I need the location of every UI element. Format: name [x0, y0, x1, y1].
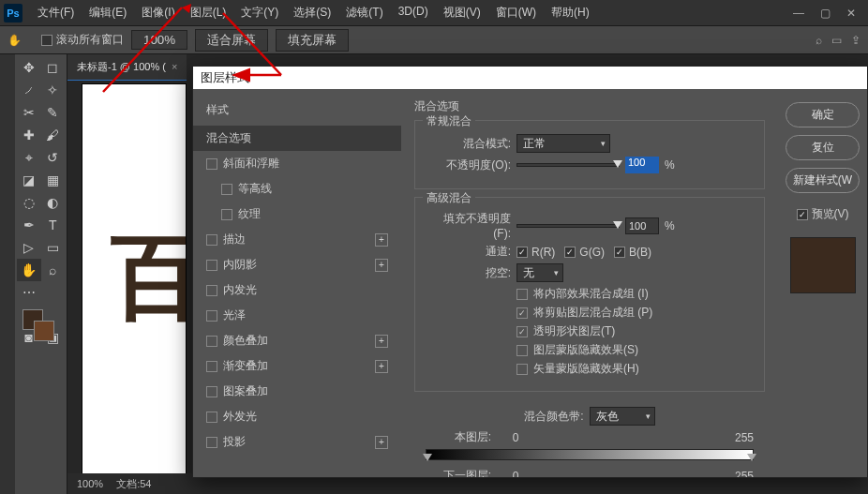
workspace-icon[interactable]: ▭: [831, 34, 842, 47]
color-swatches[interactable]: [17, 307, 65, 345]
adv-option-2[interactable]: ✓透明形状图层(T): [516, 323, 753, 339]
style-row-7[interactable]: 光泽: [193, 303, 401, 328]
menu-3[interactable]: 图层(L): [183, 1, 234, 24]
pen-tool[interactable]: ✒: [17, 214, 41, 236]
shape-tool[interactable]: ▭: [41, 236, 66, 259]
blendif-channel-select[interactable]: 灰色: [590, 407, 655, 426]
style-row-2[interactable]: 等高线: [193, 176, 401, 202]
ok-button[interactable]: 确定: [786, 102, 860, 127]
menu-9[interactable]: 窗口(W): [488, 1, 544, 24]
toolbox: ✥ ◻ ⟋ ✧ ✂ ✎ ✚ 🖌 ⌖ ↺ ◪ ▦ ◌ ◐ ✒ T ▷ ▭ ✋ ⌕ …: [15, 54, 67, 494]
channel-G(G)[interactable]: ✓G(G): [564, 246, 605, 259]
dodge-tool[interactable]: ◐: [41, 191, 66, 214]
edit-toolbar[interactable]: ⋯: [17, 281, 41, 304]
style-row-6[interactable]: 内发光: [193, 277, 401, 303]
close-button[interactable]: ✕: [838, 4, 864, 22]
canvas[interactable]: 百: [82, 84, 186, 487]
zoom-tool[interactable]: ⌕: [41, 259, 66, 281]
fill-opacity-input[interactable]: 100: [625, 217, 659, 234]
preview-swatch: [790, 237, 856, 293]
maximize-button[interactable]: ▢: [812, 4, 838, 22]
history-brush-tool[interactable]: ↺: [41, 146, 66, 169]
search-icon[interactable]: ⌕: [816, 34, 822, 47]
style-row-10[interactable]: 图案叠加: [193, 379, 401, 404]
healing-tool[interactable]: ✚: [17, 124, 41, 146]
opacity-input[interactable]: 100: [625, 157, 659, 173]
eyedropper-tool[interactable]: ✎: [41, 101, 66, 124]
style-row-12[interactable]: 投影+: [193, 429, 401, 455]
zoom-status[interactable]: 100%: [77, 478, 103, 489]
style-row-1[interactable]: 斜面和浮雕: [193, 151, 401, 176]
adv-option-0[interactable]: 将内部效果混合成组 (I): [516, 286, 753, 302]
add-effect-icon[interactable]: +: [375, 436, 388, 449]
menu-4[interactable]: 文字(Y): [233, 1, 286, 24]
menu-7[interactable]: 3D(D): [391, 1, 436, 24]
zoom-field[interactable]: 100%: [131, 30, 187, 50]
crop-tool[interactable]: ✂: [17, 101, 41, 124]
fill-screen-button[interactable]: 填充屏幕: [276, 29, 349, 52]
lasso-tool[interactable]: ⟋: [17, 79, 41, 101]
hand-tool-icon: ✋: [7, 34, 34, 47]
blend-if-group: 混合颜色带: 灰色 本图层: 0 255 下一图层: 0 255: [414, 399, 765, 477]
fill-opacity-slider[interactable]: [516, 224, 620, 228]
blend-header: 混合选项: [414, 98, 765, 114]
add-effect-icon[interactable]: +: [375, 259, 388, 272]
hand-tool[interactable]: ✋: [17, 259, 41, 281]
channel-R(R)[interactable]: ✓R(R): [516, 246, 555, 259]
blend-mode-select[interactable]: 正常: [516, 134, 610, 153]
layer-style-dialog: 图层样式 样式 混合选项斜面和浮雕等高线纹理描边+内阴影+内发光光泽颜色叠加+渐…: [192, 66, 868, 478]
app-logo: Ps: [4, 4, 22, 22]
fit-screen-button[interactable]: 适合屏幕: [195, 29, 268, 52]
add-effect-icon[interactable]: +: [375, 360, 388, 373]
add-effect-icon[interactable]: +: [375, 233, 388, 247]
wand-tool[interactable]: ✧: [41, 79, 66, 101]
options-bar: ✋ 滚动所有窗口 100% 适合屏幕 填充屏幕 ⌕ ▭ ⇪: [0, 26, 868, 54]
adv-option-4[interactable]: 矢量蒙版隐藏效果(H): [516, 361, 753, 377]
opacity-slider[interactable]: [516, 163, 620, 167]
marquee-tool[interactable]: ◻: [41, 56, 66, 79]
adv-option-3[interactable]: 图层蒙版隐藏效果(S): [516, 342, 753, 358]
this-layer-gradient[interactable]: [426, 449, 754, 460]
style-row-8[interactable]: 颜色叠加+: [193, 328, 401, 353]
type-tool[interactable]: T: [41, 214, 66, 236]
cancel-button[interactable]: 复位: [786, 135, 860, 160]
style-row-5[interactable]: 内阴影+: [193, 252, 401, 277]
menu-10[interactable]: 帮助(H): [544, 1, 597, 24]
titlebar: Ps 文件(F)编辑(E)图像(I)图层(L)文字(Y)选择(S)滤镜(T)3D…: [0, 0, 868, 26]
share-icon[interactable]: ⇪: [851, 34, 861, 47]
menu-0[interactable]: 文件(F): [30, 1, 82, 24]
blend-options-panel: 混合选项 常规混合 混合模式: 正常 不透明度(O): 100 % 高级混合 填…: [401, 89, 778, 477]
blur-tool[interactable]: ◌: [17, 191, 41, 214]
channel-B(B)[interactable]: ✓B(B): [614, 246, 651, 259]
style-row-3[interactable]: 纹理: [193, 202, 401, 227]
styles-header: 样式: [193, 102, 401, 126]
new-style-button[interactable]: 新建样式(W: [786, 168, 860, 193]
scroll-all-checkbox[interactable]: 滚动所有窗口: [41, 32, 124, 48]
preview-checkbox[interactable]: ✓预览(V): [786, 206, 860, 222]
move-tool[interactable]: ✥: [17, 56, 41, 79]
window-controls: — ▢ ✕: [786, 4, 864, 22]
style-row-9[interactable]: 渐变叠加+: [193, 353, 401, 379]
dialog-title: 图层样式: [193, 67, 867, 89]
stamp-tool[interactable]: ⌖: [17, 146, 41, 169]
gradient-tool[interactable]: ▦: [41, 169, 66, 191]
background-swatch[interactable]: [34, 321, 54, 341]
document-tab[interactable]: 未标题-1 @ 100% (×: [67, 54, 187, 81]
close-tab-icon[interactable]: ×: [172, 61, 177, 72]
knockout-select[interactable]: 无: [516, 263, 563, 282]
path-select-tool[interactable]: ▷: [17, 236, 41, 259]
adv-option-1[interactable]: ✓将剪贴图层混合成组 (P): [516, 305, 753, 321]
menu-1[interactable]: 编辑(E): [82, 1, 134, 24]
add-effect-icon[interactable]: +: [375, 335, 388, 348]
style-row-4[interactable]: 描边+: [193, 227, 401, 252]
style-row-0[interactable]: 混合选项: [193, 126, 401, 151]
menu-8[interactable]: 视图(V): [436, 1, 488, 24]
menu-5[interactable]: 选择(S): [286, 1, 338, 24]
eraser-tool[interactable]: ◪: [17, 169, 41, 191]
minimize-button[interactable]: —: [786, 4, 812, 22]
menu-6[interactable]: 滤镜(T): [338, 1, 390, 24]
style-row-11[interactable]: 外发光: [193, 404, 401, 429]
menu-2[interactable]: 图像(I): [134, 1, 182, 24]
styles-list: 样式 混合选项斜面和浮雕等高线纹理描边+内阴影+内发光光泽颜色叠加+渐变叠加+图…: [193, 89, 401, 477]
brush-tool[interactable]: 🖌: [41, 124, 66, 146]
